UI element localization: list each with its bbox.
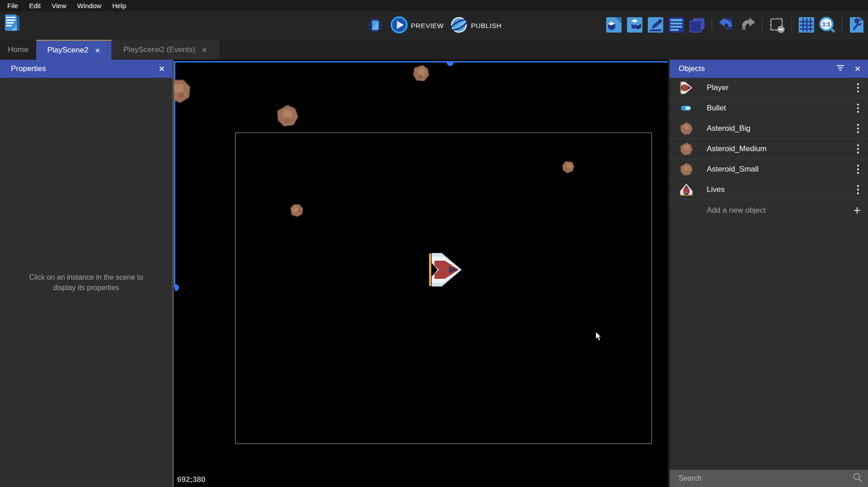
- kebab-menu-icon[interactable]: [855, 183, 861, 196]
- tab-home[interactable]: Home: [0, 40, 36, 60]
- toolbar-separator: [712, 18, 712, 34]
- objects-editor-button[interactable]: [605, 17, 622, 34]
- object-row-asteroid-medium[interactable]: Asteroid_Medium: [670, 139, 868, 159]
- redo-button[interactable]: [739, 17, 756, 34]
- asteroid-icon: [680, 122, 693, 135]
- asteroid-instance[interactable]: [276, 104, 299, 127]
- toolbar-separator: [791, 18, 792, 34]
- kebab-menu-icon[interactable]: [855, 102, 861, 115]
- object-row-player[interactable]: Player: [670, 78, 868, 98]
- menu-help[interactable]: Help: [107, 0, 132, 11]
- objects-panel: Objects ✕ Player: [670, 60, 868, 487]
- grid-button[interactable]: [798, 17, 815, 34]
- preview-button[interactable]: PREVIEW: [390, 16, 444, 36]
- object-row-asteroid-big[interactable]: Asteroid_Big: [670, 119, 868, 139]
- tab-bar: Home PlayScene2 ✕ PlayScene2 (Events) ✕: [0, 40, 868, 60]
- menu-bar: File Edit View Window Help: [0, 0, 868, 11]
- layers-editor-button[interactable]: [689, 17, 706, 34]
- asteroid-icon: [680, 162, 693, 176]
- objects-editor-icon: [605, 16, 622, 35]
- undo-button[interactable]: [718, 17, 735, 34]
- object-row-asteroid-small[interactable]: Asteroid_Small: [670, 159, 868, 180]
- publish-button[interactable]: PUBLISH: [450, 16, 502, 36]
- properties-pencil-icon: [647, 16, 664, 35]
- properties-panel: Properties ✕ Click on an instance in the…: [0, 60, 172, 487]
- deselect-button[interactable]: [768, 17, 786, 34]
- object-groups-button[interactable]: [626, 17, 643, 34]
- objects-search-bar: [670, 470, 868, 487]
- objects-panel-title: Objects: [679, 64, 705, 73]
- deselect-icon: [768, 16, 786, 35]
- layers-icon: [689, 16, 706, 35]
- menu-file[interactable]: File: [2, 0, 24, 11]
- filter-icon[interactable]: [836, 64, 844, 73]
- debugger-bug-icon: [367, 17, 383, 35]
- extra-settings-button[interactable]: [848, 17, 865, 34]
- plus-icon: +: [854, 204, 861, 217]
- instances-list-button[interactable]: [668, 17, 685, 34]
- object-groups-icon: [626, 16, 643, 35]
- debugger-button[interactable]: [366, 17, 384, 34]
- close-icon[interactable]: ✕: [202, 47, 207, 53]
- toolbar-separator: [762, 18, 762, 34]
- toolbar-separator: [842, 18, 842, 34]
- menu-window[interactable]: Window: [72, 0, 106, 11]
- play-icon: [390, 16, 408, 36]
- close-icon[interactable]: ✕: [95, 47, 101, 54]
- grid-icon: [798, 16, 815, 35]
- zoom-1-1-button[interactable]: 1:1: [819, 17, 836, 34]
- publish-globe-icon: [450, 16, 468, 36]
- tab-playscene2-events[interactable]: PlayScene2 (Events) ✕: [111, 40, 219, 60]
- kebab-menu-icon[interactable]: [855, 143, 861, 155]
- lives-ship-icon: [680, 183, 693, 196]
- player-ship-instance[interactable]: [428, 251, 463, 290]
- properties-hint-text: Click on an instance in the scene to dis…: [25, 272, 147, 293]
- preview-label: PREVIEW: [411, 22, 444, 29]
- object-row-lives[interactable]: Lives: [670, 180, 868, 200]
- kebab-menu-icon[interactable]: [855, 122, 861, 135]
- asteroid-icon: [680, 142, 693, 156]
- project-manager-icon: [3, 14, 21, 35]
- menu-edit[interactable]: Edit: [24, 0, 46, 11]
- close-icon[interactable]: ✕: [854, 64, 861, 74]
- redo-icon: [739, 16, 756, 35]
- vertical-scrollbar-thumb[interactable]: [175, 284, 179, 291]
- project-manager-button[interactable]: [4, 16, 21, 33]
- bullet-icon: [680, 101, 693, 115]
- menu-view[interactable]: View: [46, 0, 72, 11]
- horizontal-scrollbar-track[interactable]: [174, 61, 668, 62]
- player-ship-icon: [680, 81, 693, 95]
- kebab-menu-icon[interactable]: [855, 163, 861, 176]
- properties-editor-button[interactable]: [647, 17, 664, 34]
- tab-playscene2[interactable]: PlayScene2 ✕: [36, 40, 111, 60]
- zoom-1-1-icon: 1:1: [818, 16, 836, 36]
- add-new-object-button[interactable]: Add a new object +: [670, 200, 868, 220]
- asteroid-instance[interactable]: [410, 62, 431, 83]
- search-icon[interactable]: [853, 473, 863, 484]
- objects-search-input[interactable]: [670, 470, 853, 487]
- horizontal-scrollbar-thumb[interactable]: [447, 62, 453, 66]
- cursor-coordinates-label: 692;380: [177, 475, 205, 484]
- mouse-cursor: [595, 331, 603, 343]
- close-icon[interactable]: ✕: [159, 64, 165, 74]
- scene-canvas[interactable]: 692;380: [174, 60, 668, 487]
- toolbar: PREVIEW PUBLISH: [0, 11, 868, 40]
- properties-panel-title: Properties: [11, 64, 46, 73]
- svg-text:1:1: 1:1: [822, 21, 830, 28]
- object-row-bullet[interactable]: Bullet: [670, 98, 868, 119]
- instances-list-icon: [668, 16, 685, 35]
- publish-label: PUBLISH: [471, 22, 502, 29]
- wrench-icon: [848, 16, 865, 35]
- asteroid-instance[interactable]: [174, 74, 196, 107]
- kebab-menu-icon[interactable]: [855, 81, 861, 94]
- undo-icon: [718, 16, 735, 35]
